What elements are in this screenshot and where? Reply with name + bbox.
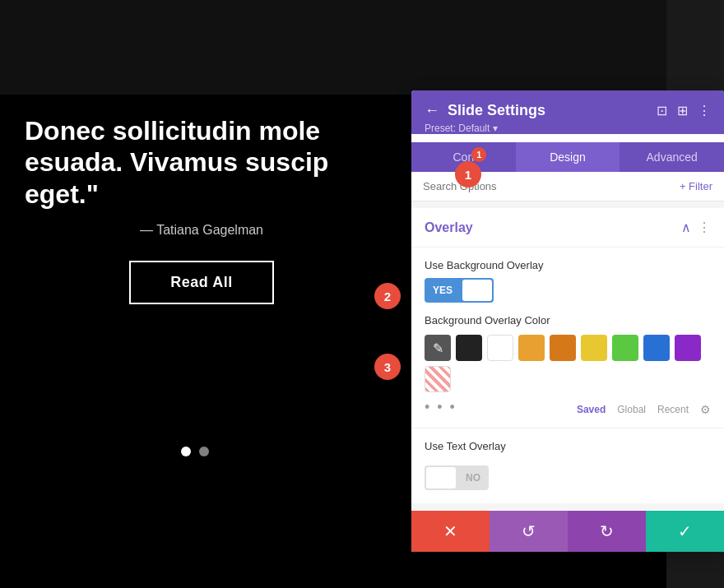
bg-color-label: Background Overlay Color <box>425 314 711 326</box>
panel-body: + Filter Overlay ∧ ⋮ Use Background Over… <box>411 172 724 552</box>
color-swatch-blue[interactable] <box>643 335 670 361</box>
overlay-title: Overlay <box>425 220 473 235</box>
slide-dots <box>181 447 209 456</box>
color-row: ✎ <box>425 335 711 392</box>
color-swatch-orange-light[interactable] <box>518 335 545 361</box>
slide-content: Donec sollicitudin mole esuada. Vivamus … <box>0 115 403 304</box>
dot-2[interactable] <box>199 447 209 456</box>
step-badge-3: 3 <box>374 354 401 380</box>
color-footer: Saved Global Recent ⚙ <box>577 403 711 416</box>
saved-label[interactable]: Saved <box>577 404 606 415</box>
filter-button[interactable]: + Filter <box>680 180 712 192</box>
color-swatch-purple[interactable] <box>675 335 701 361</box>
color-swatch-orange[interactable] <box>550 335 576 361</box>
panel-title-icons: ⊡ ⊞ ⋮ <box>657 103 711 118</box>
section-header: Overlay ∧ ⋮ <box>411 208 724 248</box>
eyedropper-swatch[interactable]: ✎ <box>425 335 451 361</box>
gear-icon[interactable]: ⚙ <box>700 403 711 416</box>
toggle-no-label: NO <box>457 465 489 490</box>
collapse-icon[interactable]: ∧ <box>681 220 691 235</box>
toggle-slider-no <box>426 467 456 488</box>
slide-author: — Tatiana Gagelman <box>16 223 387 238</box>
color-swatch-striped[interactable] <box>425 366 451 392</box>
tab-design[interactable]: Design <box>516 142 620 172</box>
top-bar <box>0 0 666 95</box>
read-all-button[interactable]: Read All <box>129 261 273 304</box>
bg-overlay-toggle[interactable]: YES <box>425 278 494 303</box>
use-text-overlay-label: Use Text Overlay <box>425 440 711 452</box>
more-icon[interactable]: ⋮ <box>698 103 711 118</box>
step-badge-1: 1 <box>455 161 481 188</box>
color-swatch-yellow[interactable] <box>581 335 607 361</box>
undo-button[interactable]: ↺ <box>490 511 568 552</box>
panel-title-left: ← Slide Settings <box>425 102 545 119</box>
toggle-yes-label: YES <box>425 278 461 303</box>
panel-footer: ✕ ↺ ↻ ✓ <box>411 511 724 552</box>
text-overlay-section: Use Text Overlay NO <box>411 428 724 503</box>
color-swatch-black[interactable] <box>456 335 482 361</box>
color-swatch-white[interactable] <box>487 335 513 361</box>
section-actions: ∧ ⋮ <box>681 220 711 235</box>
tab-badge: 1 <box>471 147 486 162</box>
grid-icon[interactable]: ⊞ <box>677 103 688 118</box>
panel-title-row: ← Slide Settings ⊡ ⊞ ⋮ <box>425 102 711 119</box>
dot-1[interactable] <box>181 447 191 456</box>
slide-quote: Donec sollicitudin mole esuada. Vivamus … <box>16 115 387 210</box>
toggle-slider <box>462 280 492 301</box>
slide-settings-panel: ← Slide Settings ⊡ ⊞ ⋮ Preset: Default C… <box>411 90 724 552</box>
recent-label[interactable]: Recent <box>657 404 689 415</box>
overlay-section: Overlay ∧ ⋮ Use Background Overlay YES B… <box>411 208 724 503</box>
step-badge-2: 2 <box>374 283 401 309</box>
save-button[interactable]: ✓ <box>646 511 724 552</box>
section-body: Use Background Overlay YES Background Ov… <box>411 248 724 428</box>
text-overlay-toggle[interactable]: NO <box>425 465 489 490</box>
preset-label[interactable]: Preset: Default <box>425 123 711 134</box>
cancel-button[interactable]: ✕ <box>411 511 490 552</box>
expand-icon[interactable]: ⊡ <box>657 103 667 118</box>
section-menu-icon[interactable]: ⋮ <box>698 220 711 235</box>
panel-title: Slide Settings <box>448 102 545 119</box>
redo-button[interactable]: ↻ <box>568 511 646 552</box>
tab-advanced[interactable]: Advanced <box>620 142 724 172</box>
use-bg-overlay-label: Use Background Overlay <box>425 259 711 271</box>
back-icon[interactable]: ← <box>425 102 439 119</box>
color-swatch-green[interactable] <box>612 335 638 361</box>
more-colors-dots[interactable]: • • • <box>425 399 457 416</box>
global-label[interactable]: Global <box>617 404 646 415</box>
panel-header: ← Slide Settings ⊡ ⊞ ⋮ Preset: Default <box>411 90 724 134</box>
